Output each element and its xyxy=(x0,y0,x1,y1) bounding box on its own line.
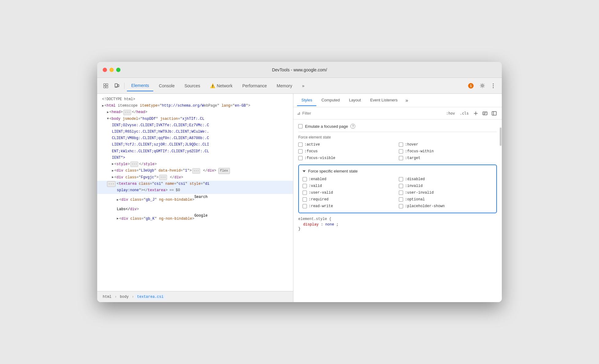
checkbox-valid[interactable] xyxy=(303,184,307,188)
ellipsis-badge[interactable]: ··· xyxy=(123,110,131,115)
checkbox-focus-within[interactable] xyxy=(399,149,403,154)
styles-panel: Styles Computed Layout Event Listeners » xyxy=(293,94,502,302)
flex-badge[interactable]: flex xyxy=(218,168,230,174)
checkbox-enabled[interactable] xyxy=(303,177,307,181)
element-style-header: element.style { xyxy=(298,217,497,221)
cls-button[interactable]: .cls xyxy=(458,111,471,116)
inspect-element-button[interactable] xyxy=(101,81,111,91)
toggle-sidebar-button[interactable] xyxy=(490,109,498,117)
dom-line-head[interactable]: ▶ <head> ··· </head> xyxy=(97,109,293,116)
dom-line-div-gbj[interactable]: ▶ <div class="gb_J" ng-non-bindable>Sear… xyxy=(97,194,293,206)
issues-badge[interactable]: 1 xyxy=(466,82,476,90)
expand-arrow-gbj[interactable]: ▶ xyxy=(117,198,119,203)
expand-arrow-div1[interactable]: ▶ xyxy=(112,169,114,173)
state-item-required: :required xyxy=(303,197,396,202)
checkbox-focus[interactable] xyxy=(298,149,303,154)
breadcrumb-html[interactable]: html xyxy=(101,294,113,300)
force-state-grid: :active :hover :focus xyxy=(298,142,497,161)
tab-elements[interactable]: Elements xyxy=(127,80,153,91)
dom-line-div-l3eugb[interactable]: ▶ <div class="L3eUgb" data-hveid="1"> ··… xyxy=(97,168,293,174)
tab-sources[interactable]: Sources xyxy=(180,80,204,91)
state-item-active: :active xyxy=(298,142,396,147)
tab-more[interactable]: » xyxy=(298,80,309,91)
checkbox-hover[interactable] xyxy=(399,142,403,147)
window-controls xyxy=(103,68,120,72)
dom-line-textarea-cont: splay:none"></textarea> == $0 xyxy=(97,187,293,194)
checkbox-target[interactable] xyxy=(399,156,403,160)
expand-arrow-head[interactable]: ▶ xyxy=(107,110,109,115)
ellipsis-badge-div2[interactable]: ··· xyxy=(159,175,167,180)
checkbox-disabled[interactable] xyxy=(399,177,403,181)
tab-network[interactable]: ⚠️ Network xyxy=(206,80,237,91)
tab-computed[interactable]: Computed xyxy=(317,95,344,106)
dom-line-html[interactable]: ▶ <html itemscope itemtype="http://schem… xyxy=(97,103,293,109)
tab-performance[interactable]: Performance xyxy=(238,80,271,91)
checkbox-active[interactable] xyxy=(298,142,303,147)
label-invalid: :invalid xyxy=(405,184,423,188)
tab-styles[interactable]: Styles xyxy=(297,95,316,106)
expand-arrow-div2[interactable]: ▶ xyxy=(112,175,114,180)
checkbox-invalid[interactable] xyxy=(399,184,403,188)
main-content: <!DOCTYPE html> ▶ <html itemscope itemty… xyxy=(97,94,502,302)
scrollbar-track[interactable] xyxy=(499,121,502,302)
dots-menu[interactable]: ··· xyxy=(107,181,116,187)
svg-rect-1 xyxy=(106,84,108,85)
maximize-button[interactable] xyxy=(116,68,120,72)
element-style-section: element.style { display : none ; } xyxy=(298,217,497,231)
filter-input[interactable] xyxy=(302,111,442,116)
dom-tree[interactable]: <!DOCTYPE html> ▶ <html itemscope itemty… xyxy=(97,94,293,291)
tab-memory[interactable]: Memory xyxy=(273,80,297,91)
state-item-placeholder-shown: :placeholder-shown xyxy=(399,203,493,209)
emulate-checkbox[interactable] xyxy=(298,124,303,128)
styles-more-tabs[interactable]: » xyxy=(403,96,411,105)
dom-line-style[interactable]: ▶ <style> ··· </style> xyxy=(97,161,293,168)
checkbox-optional[interactable] xyxy=(399,197,403,202)
dom-line-div-fgvgjc[interactable]: ▶ <div class="Fgvgjc"> ··· </div> xyxy=(97,174,293,181)
state-item-user-valid: :user-valid xyxy=(303,190,396,195)
minimize-button[interactable] xyxy=(109,68,114,72)
state-item-enabled: :enabled xyxy=(303,176,396,182)
state-item-target: :target xyxy=(399,155,497,161)
checkbox-user-valid[interactable] xyxy=(303,191,307,195)
label-hover: :hover xyxy=(405,142,418,147)
collapse-arrow-body[interactable]: ▼ xyxy=(107,116,109,121)
dom-line-doctype[interactable]: <!DOCTYPE html> xyxy=(97,96,293,103)
label-disabled: :disabled xyxy=(405,177,425,181)
expand-arrow-style[interactable]: ▶ xyxy=(112,162,114,167)
element-state-toggle[interactable] xyxy=(481,109,489,117)
scrollbar-thumb[interactable] xyxy=(500,127,502,146)
expand-arrow[interactable]: ▶ xyxy=(102,104,104,108)
label-target: :target xyxy=(405,156,420,160)
checkbox-required[interactable] xyxy=(303,197,307,202)
breadcrumb-textarea[interactable]: textarea.csi xyxy=(135,294,165,300)
state-item-focus-visible: :focus-visible xyxy=(298,155,396,161)
checkbox-placeholder-shown[interactable] xyxy=(399,204,403,208)
state-item-disabled: :disabled xyxy=(399,176,493,182)
ellipsis-badge-div1[interactable]: ··· xyxy=(192,168,200,174)
device-toolbar-button[interactable] xyxy=(112,81,122,91)
add-style-rule-button[interactable] xyxy=(472,109,480,117)
label-read-write: :read-write xyxy=(309,204,333,208)
warning-icon: ⚠️ xyxy=(210,83,215,88)
more-options-button[interactable] xyxy=(488,81,498,91)
dom-line-div-gbk[interactable]: ▶ <div class="gb_K" ng-non-bindable>Goog… xyxy=(97,213,293,225)
dom-line-body[interactable]: ▼ <body jsmodel="hspDDf" jsaction="xjhTI… xyxy=(97,116,293,122)
dom-line-textarea[interactable]: ··· <textarea class="csi" name="csi" sty… xyxy=(97,181,293,188)
dom-line-body-cont2: LIENT;R6Slyc:.CLIENT;hWT9Jb:.CLIENT;WCul… xyxy=(97,129,293,135)
tab-layout[interactable]: Layout xyxy=(345,95,365,106)
breadcrumb-body[interactable]: body xyxy=(118,294,131,300)
tab-console[interactable]: Console xyxy=(155,80,179,91)
ellipsis-badge-style[interactable]: ··· xyxy=(130,161,138,167)
style-prop-value: none xyxy=(325,222,334,227)
checkbox-focus-visible[interactable] xyxy=(298,156,303,160)
checkbox-user-invalid[interactable] xyxy=(399,191,403,195)
expand-arrow-gbk[interactable]: ▶ xyxy=(117,216,119,221)
checkbox-read-write[interactable] xyxy=(303,204,307,208)
window-title: DevTools - www.google.com/ xyxy=(272,67,327,72)
close-button[interactable] xyxy=(103,68,107,72)
tab-event-listeners[interactable]: Event Listeners xyxy=(366,95,402,106)
hov-button[interactable]: :hov xyxy=(444,111,457,116)
filter-icon: ⊿ xyxy=(297,111,300,116)
settings-button[interactable] xyxy=(477,81,487,91)
help-icon[interactable]: ? xyxy=(350,124,355,129)
